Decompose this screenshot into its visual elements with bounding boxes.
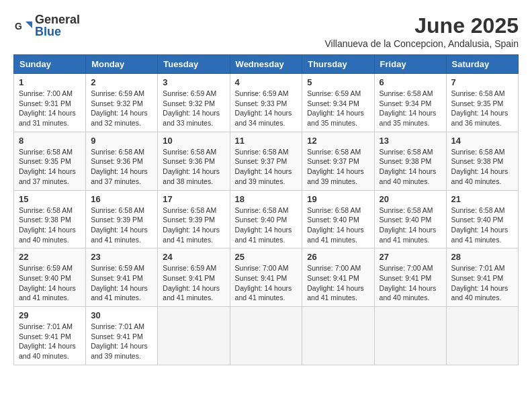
day-number: 2 — [91, 77, 152, 87]
day-number: 6 — [380, 77, 441, 87]
calendar-week-row: 15Sunrise: 6:58 AMSunset: 9:38 PMDayligh… — [14, 190, 519, 248]
cell-content: Sunrise: 6:58 AMSunset: 9:36 PMDaylight:… — [163, 147, 224, 187]
cell-content: Sunrise: 6:58 AMSunset: 9:38 PMDaylight:… — [380, 147, 441, 187]
day-number: 16 — [91, 194, 152, 204]
day-number: 13 — [380, 136, 441, 146]
calendar-cell — [230, 307, 302, 365]
calendar-cell: 18Sunrise: 6:58 AMSunset: 9:40 PMDayligh… — [230, 190, 302, 248]
col-saturday: Saturday — [446, 55, 518, 74]
cell-content: Sunrise: 7:01 AMSunset: 9:41 PMDaylight:… — [451, 263, 513, 303]
cell-content: Sunrise: 6:58 AMSunset: 9:35 PMDaylight:… — [19, 147, 81, 187]
cell-content: Sunrise: 6:58 AMSunset: 9:40 PMDaylight:… — [451, 205, 513, 245]
calendar-cell: 7Sunrise: 6:58 AMSunset: 9:35 PMDaylight… — [446, 74, 518, 132]
cell-content: Sunrise: 6:59 AMSunset: 9:41 PMDaylight:… — [163, 263, 224, 303]
calendar-cell: 12Sunrise: 6:58 AMSunset: 9:37 PMDayligh… — [302, 132, 374, 190]
day-number: 10 — [163, 136, 224, 146]
title-area: June 2025 Villanueva de la Concepcion, A… — [324, 13, 519, 49]
calendar-cell: 27Sunrise: 7:00 AMSunset: 9:41 PMDayligh… — [374, 248, 446, 307]
day-number: 15 — [19, 194, 81, 204]
column-header-row: Sunday Monday Tuesday Wednesday Thursday… — [14, 55, 519, 74]
day-number: 27 — [380, 252, 441, 262]
subtitle: Villanueva de la Concepcion, Andalusia, … — [324, 38, 519, 49]
col-sunday: Sunday — [14, 55, 86, 74]
day-number: 12 — [307, 136, 369, 146]
calendar-cell: 4Sunrise: 6:59 AMSunset: 9:33 PMDaylight… — [230, 74, 302, 132]
calendar-cell — [158, 307, 230, 365]
cell-content: Sunrise: 6:58 AMSunset: 9:37 PMDaylight:… — [235, 147, 298, 187]
logo-general: General — [35, 13, 80, 26]
day-number: 23 — [91, 252, 152, 262]
day-number: 22 — [19, 252, 81, 262]
calendar-week-row: 22Sunrise: 6:59 AMSunset: 9:40 PMDayligh… — [14, 248, 519, 307]
cell-content: Sunrise: 7:01 AMSunset: 9:41 PMDaylight:… — [19, 322, 81, 361]
calendar-cell: 16Sunrise: 6:58 AMSunset: 9:39 PMDayligh… — [86, 190, 158, 248]
day-number: 4 — [235, 77, 298, 87]
day-number: 28 — [451, 252, 513, 262]
cell-content: Sunrise: 6:58 AMSunset: 9:36 PMDaylight:… — [91, 147, 152, 187]
day-number: 1 — [19, 77, 81, 87]
header: G General Blue June 2025 Villanueva de l… — [13, 13, 519, 49]
calendar-cell: 25Sunrise: 7:00 AMSunset: 9:41 PMDayligh… — [230, 248, 302, 307]
calendar-cell: 8Sunrise: 6:58 AMSunset: 9:35 PMDaylight… — [14, 132, 86, 190]
calendar-cell — [374, 307, 446, 365]
cell-content: Sunrise: 6:59 AMSunset: 9:32 PMDaylight:… — [163, 89, 224, 128]
calendar-cell: 9Sunrise: 6:58 AMSunset: 9:36 PMDaylight… — [86, 132, 158, 190]
calendar-cell: 29Sunrise: 7:01 AMSunset: 9:41 PMDayligh… — [14, 307, 86, 365]
day-number: 30 — [91, 310, 152, 320]
cell-content: Sunrise: 7:00 AMSunset: 9:41 PMDaylight:… — [380, 263, 441, 303]
logo: G General Blue — [13, 13, 80, 38]
day-number: 21 — [451, 194, 513, 204]
calendar-cell — [302, 307, 374, 365]
col-wednesday: Wednesday — [230, 55, 302, 74]
logo-blue: Blue — [35, 26, 80, 38]
day-number: 3 — [163, 77, 224, 87]
cell-content: Sunrise: 7:00 AMSunset: 9:41 PMDaylight:… — [235, 263, 298, 303]
calendar-week-row: 29Sunrise: 7:01 AMSunset: 9:41 PMDayligh… — [14, 307, 519, 365]
col-friday: Friday — [374, 55, 446, 74]
cell-content: Sunrise: 6:58 AMSunset: 9:40 PMDaylight:… — [380, 205, 441, 245]
day-number: 19 — [307, 194, 369, 204]
cell-content: Sunrise: 6:58 AMSunset: 9:39 PMDaylight:… — [163, 205, 224, 245]
cell-content: Sunrise: 6:59 AMSunset: 9:34 PMDaylight:… — [307, 89, 369, 128]
day-number: 24 — [163, 252, 224, 262]
calendar-cell: 19Sunrise: 6:58 AMSunset: 9:40 PMDayligh… — [302, 190, 374, 248]
cell-content: Sunrise: 6:58 AMSunset: 9:39 PMDaylight:… — [91, 205, 152, 245]
cell-content: Sunrise: 6:58 AMSunset: 9:34 PMDaylight:… — [380, 89, 441, 128]
col-tuesday: Tuesday — [158, 55, 230, 74]
calendar-week-row: 1Sunrise: 7:00 AMSunset: 9:31 PMDaylight… — [14, 74, 519, 132]
day-number: 7 — [451, 77, 513, 87]
calendar-week-row: 8Sunrise: 6:58 AMSunset: 9:35 PMDaylight… — [14, 132, 519, 190]
day-number: 25 — [235, 252, 298, 262]
calendar-cell: 15Sunrise: 6:58 AMSunset: 9:38 PMDayligh… — [14, 190, 86, 248]
cell-content: Sunrise: 6:59 AMSunset: 9:41 PMDaylight:… — [91, 263, 152, 303]
calendar-cell: 22Sunrise: 6:59 AMSunset: 9:40 PMDayligh… — [14, 248, 86, 307]
day-number: 17 — [163, 194, 224, 204]
calendar-cell: 5Sunrise: 6:59 AMSunset: 9:34 PMDaylight… — [302, 74, 374, 132]
day-number: 26 — [307, 252, 369, 262]
cell-content: Sunrise: 6:58 AMSunset: 9:35 PMDaylight:… — [451, 89, 513, 128]
calendar-cell: 30Sunrise: 7:01 AMSunset: 9:41 PMDayligh… — [86, 307, 158, 365]
cell-content: Sunrise: 7:01 AMSunset: 9:41 PMDaylight:… — [91, 322, 152, 361]
calendar-cell: 23Sunrise: 6:59 AMSunset: 9:41 PMDayligh… — [86, 248, 158, 307]
cell-content: Sunrise: 6:58 AMSunset: 9:40 PMDaylight:… — [235, 205, 298, 245]
svg-text:G: G — [15, 21, 22, 32]
cell-content: Sunrise: 6:58 AMSunset: 9:38 PMDaylight:… — [451, 147, 513, 187]
day-number: 29 — [19, 310, 81, 320]
cell-content: Sunrise: 6:58 AMSunset: 9:40 PMDaylight:… — [307, 205, 369, 245]
calendar-cell: 20Sunrise: 6:58 AMSunset: 9:40 PMDayligh… — [374, 190, 446, 248]
cell-content: Sunrise: 6:59 AMSunset: 9:32 PMDaylight:… — [91, 89, 152, 128]
day-number: 20 — [380, 194, 441, 204]
cell-content: Sunrise: 7:00 AMSunset: 9:31 PMDaylight:… — [19, 89, 81, 128]
calendar-cell: 14Sunrise: 6:58 AMSunset: 9:38 PMDayligh… — [446, 132, 518, 190]
cell-content: Sunrise: 6:58 AMSunset: 9:38 PMDaylight:… — [19, 205, 81, 245]
col-monday: Monday — [86, 55, 158, 74]
calendar-cell: 3Sunrise: 6:59 AMSunset: 9:32 PMDaylight… — [158, 74, 230, 132]
calendar-cell: 6Sunrise: 6:58 AMSunset: 9:34 PMDaylight… — [374, 74, 446, 132]
day-number: 11 — [235, 136, 298, 146]
calendar-cell — [446, 307, 518, 365]
col-thursday: Thursday — [302, 55, 374, 74]
calendar-cell: 17Sunrise: 6:58 AMSunset: 9:39 PMDayligh… — [158, 190, 230, 248]
calendar: Sunday Monday Tuesday Wednesday Thursday… — [13, 54, 519, 365]
cell-content: Sunrise: 7:00 AMSunset: 9:41 PMDaylight:… — [307, 263, 369, 303]
logo-icon: G — [13, 16, 32, 35]
